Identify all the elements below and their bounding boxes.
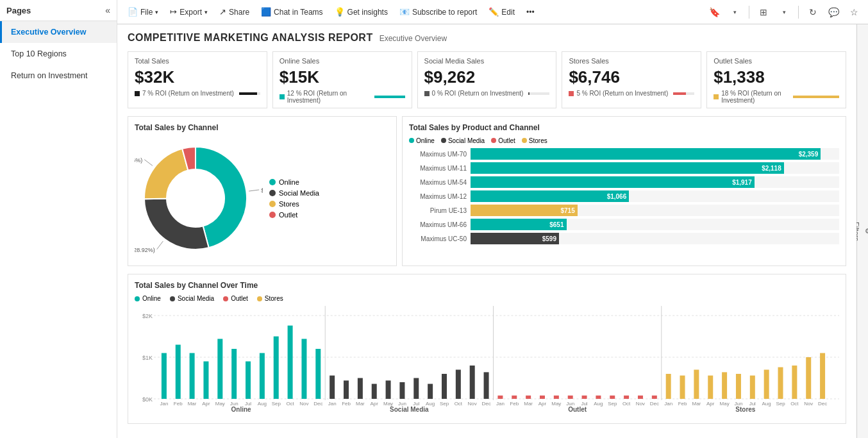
- donut-title: Total Sales by Channel: [135, 123, 390, 132]
- hbar-product-label: Pirum UE-13: [409, 207, 467, 214]
- svg-rect-16: [190, 353, 195, 399]
- toolbar-right: 🔖 ▾ ⊞ ▾ ↻ 💬 ☆: [705, 3, 863, 21]
- svg-rect-42: [358, 378, 363, 398]
- svg-text:Dec: Dec: [313, 401, 322, 407]
- sidebar-header: Pages «: [0, 0, 117, 21]
- hbar-value: $2,118: [762, 165, 781, 172]
- svg-text:Oct: Oct: [455, 401, 463, 407]
- file-button[interactable]: 📄 File ▾: [122, 4, 163, 19]
- toolbar: 📄 File ▾ ↦ Export ▾ ↗ Share 🟦 Chat in Te…: [117, 0, 868, 24]
- svg-line-2: [157, 241, 163, 249]
- svg-text:Nov: Nov: [299, 401, 308, 407]
- kpi-value-1: $15K: [280, 67, 405, 87]
- donut-chart-svg: $15K (45.84%)$9K (28.92%)$7K (21.06%): [135, 137, 263, 259]
- svg-rect-58: [470, 366, 475, 399]
- svg-text:$1K: $1K: [142, 355, 153, 361]
- svg-text:Sep: Sep: [608, 401, 617, 407]
- hbar-value: $2,359: [799, 151, 819, 158]
- timeseries-chart-svg: $0K$1K$2KJanFebMarAprMayJunJulAugSepOctN…: [135, 306, 839, 415]
- svg-text:Mar: Mar: [524, 401, 533, 407]
- svg-rect-102: [750, 376, 755, 399]
- kpi-roi-0: 7 % ROI (Return on Investment): [135, 90, 260, 97]
- sidebar-item-executive-overview[interactable]: Executive Overview: [0, 21, 117, 43]
- hbar-chart: Maximus UM-70 $2,359 Maximus UM-11 $2,11…: [409, 148, 839, 244]
- hbar-track: $1,917: [471, 176, 839, 188]
- charts-row: Total Sales by Channel $15K (45.84%)$9K …: [128, 116, 846, 266]
- svg-rect-72: [554, 396, 559, 399]
- kpi-value-3: $6,746: [569, 67, 694, 87]
- svg-text:Sep: Sep: [440, 401, 449, 407]
- svg-text:Apr: Apr: [202, 401, 210, 407]
- timeseries-legend-item: Outlet: [223, 295, 248, 302]
- hbar-track: $1,066: [471, 190, 839, 202]
- svg-rect-60: [484, 372, 489, 399]
- svg-text:Jan: Jan: [664, 401, 672, 407]
- svg-rect-68: [526, 396, 531, 399]
- svg-rect-54: [442, 374, 447, 399]
- view-toggle-button[interactable]: ⊞: [755, 3, 772, 21]
- bookmark-chevron-button[interactable]: ▾: [726, 3, 744, 21]
- svg-text:Nov: Nov: [468, 401, 477, 407]
- svg-text:Jan: Jan: [496, 401, 505, 407]
- svg-rect-80: [610, 396, 615, 399]
- sidebar-item-return-on-investment[interactable]: Return on Investment: [0, 65, 117, 87]
- chat-in-teams-button[interactable]: 🟦 Chat in Teams: [256, 4, 328, 19]
- more-options-button[interactable]: •••: [521, 5, 540, 19]
- svg-text:Dec: Dec: [650, 401, 659, 407]
- hbar-product-label: Maximus UM-66: [409, 221, 467, 228]
- kpi-roi-1: 12 % ROI (Return on Investment): [280, 90, 405, 104]
- svg-rect-96: [708, 376, 713, 399]
- hbar-value: $1,066: [607, 193, 627, 200]
- subscribe-icon: 📧: [399, 7, 410, 17]
- svg-text:Dec: Dec: [818, 401, 827, 407]
- hbar-row: Maximus UC-50 $599: [409, 233, 839, 244]
- svg-rect-78: [596, 396, 601, 399]
- svg-line-0: [249, 190, 259, 191]
- hbar-row: Pirum UE-13 $715: [409, 205, 839, 216]
- sidebar: Pages « Executive Overview Top 10 Region…: [0, 0, 117, 438]
- svg-text:Mar: Mar: [692, 401, 701, 407]
- favorite-button[interactable]: ☆: [845, 3, 863, 21]
- comment-button[interactable]: 💬: [824, 3, 842, 21]
- sidebar-title: Pages: [6, 6, 31, 15]
- chat-label: Chat in Teams: [274, 8, 322, 17]
- svg-rect-56: [456, 369, 461, 398]
- subscribe-button[interactable]: 📧 Subscribe to report: [394, 4, 482, 19]
- timeseries-panel: Total Sales by Channel Over Time OnlineS…: [128, 274, 846, 424]
- svg-text:Sep: Sep: [776, 401, 785, 407]
- share-button[interactable]: ↗ Share: [214, 4, 255, 19]
- refresh-button[interactable]: ↻: [804, 3, 822, 21]
- kpi-label-4: Outlet Sales: [714, 57, 839, 65]
- svg-rect-112: [820, 353, 825, 399]
- svg-text:Oct: Oct: [622, 401, 631, 407]
- hbar-track: $715: [471, 205, 839, 216]
- export-button[interactable]: ↦ Export ▾: [165, 4, 213, 19]
- bookmark-button[interactable]: 🔖: [705, 3, 723, 21]
- svg-rect-82: [624, 396, 629, 399]
- svg-rect-12: [162, 353, 167, 399]
- share-icon: ↗: [219, 7, 226, 17]
- hbar-row: Maximus UM-11 $2,118: [409, 162, 839, 174]
- kpi-label-3: Stores Sales: [569, 57, 694, 65]
- svg-rect-32: [301, 339, 306, 399]
- sidebar-collapse-button[interactable]: «: [105, 5, 110, 15]
- hbar-channel-legend: OnlineSocial MediaOutletStores: [409, 137, 839, 144]
- svg-text:Apr: Apr: [706, 401, 715, 407]
- filters-panel[interactable]: ⚙ Filters: [856, 24, 868, 438]
- view-chevron-button[interactable]: ▾: [775, 3, 793, 21]
- sidebar-item-top-10-regions[interactable]: Top 10 Regions: [0, 43, 117, 65]
- teams-icon: 🟦: [261, 7, 271, 17]
- hbar-fill: $1,066: [471, 190, 629, 202]
- hbar-fill: $651: [471, 219, 567, 230]
- hbar-legend-item: Outlet: [491, 137, 515, 144]
- hbar-fill: $2,118: [471, 162, 784, 174]
- svg-line-4: [144, 160, 153, 166]
- svg-rect-90: [666, 374, 671, 399]
- svg-rect-74: [568, 396, 573, 399]
- svg-text:Social Media: Social Media: [390, 406, 429, 413]
- svg-rect-98: [722, 372, 727, 399]
- report-title: COMPETITIVE MARKETING ANALYSIS REPORT Ex…: [128, 32, 846, 44]
- get-insights-button[interactable]: 💡 Get insights: [330, 4, 393, 19]
- edit-button[interactable]: ✏️ Edit: [483, 4, 520, 19]
- kpi-card-0: Total Sales $32K 7 % ROI (Return on Inve…: [128, 51, 267, 108]
